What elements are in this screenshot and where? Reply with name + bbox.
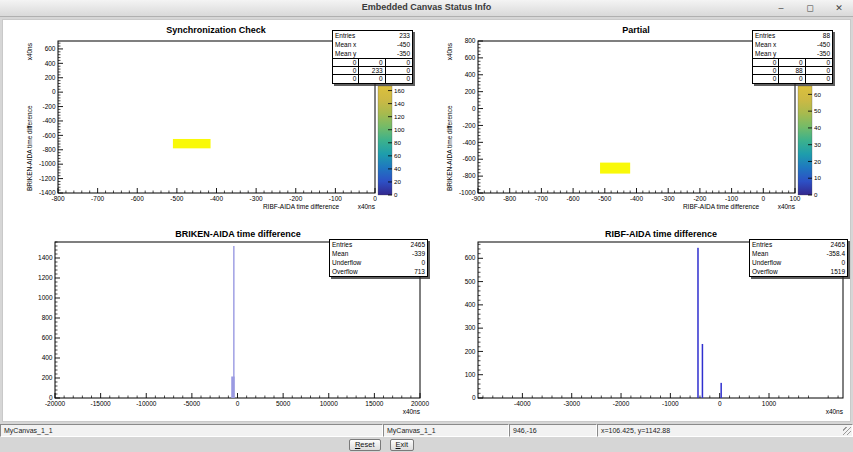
- svg-text:1400: 1400: [38, 254, 53, 261]
- svg-text:-15000: -15000: [91, 400, 112, 407]
- svg-text:0: 0: [472, 105, 476, 112]
- svg-text:0: 0: [718, 400, 722, 407]
- svg-text:-200: -200: [289, 195, 302, 202]
- svg-text:40: 40: [814, 124, 821, 131]
- grid-cell: 233: [359, 67, 385, 75]
- status-data-coords-text: x=106.425, y=1142.88: [601, 427, 670, 434]
- svg-text:10: 10: [814, 174, 821, 181]
- stats-box-sync[interactable]: Entries233 Mean x-450 Mean y-350 000 023…: [332, 30, 413, 84]
- stat-row: Overflow713: [330, 267, 427, 276]
- svg-text:-800: -800: [462, 172, 475, 179]
- embedded-canvas[interactable]: -800-700-600-500-400-300-200-1000-1400-1…: [2, 19, 851, 422]
- stat-row: Overflow1519: [750, 267, 847, 276]
- svg-text:120: 120: [394, 113, 405, 120]
- svg-text:60: 60: [394, 152, 401, 159]
- stat-value: 2465: [831, 240, 845, 249]
- stat-row: Mean x-450: [333, 40, 412, 49]
- resize-grip-icon[interactable]: [843, 427, 851, 435]
- svg-text:x40ns: x40ns: [403, 408, 421, 415]
- stat-row: Mean x-450: [753, 40, 832, 49]
- svg-text:1000: 1000: [38, 294, 53, 301]
- stats-box-partial[interactable]: Entries88 Mean x-450 Mean y-350 000 0880…: [752, 30, 833, 84]
- grid-cell: 0: [753, 67, 779, 75]
- svg-text:-1200: -1200: [39, 175, 56, 182]
- grid-cell: 0: [386, 67, 412, 75]
- svg-text:40: 40: [394, 165, 401, 172]
- svg-text:0: 0: [472, 394, 476, 401]
- grid-cell: 0: [333, 59, 359, 67]
- minimize-button[interactable]: –: [775, 2, 787, 14]
- stat-label: Mean y: [335, 49, 356, 58]
- grid-cell: 0: [779, 59, 805, 67]
- svg-text:x40ns: x40ns: [778, 203, 796, 210]
- grid-cell: 0: [806, 75, 832, 83]
- window-title: Embedded Canvas Status Info: [0, 2, 853, 12]
- svg-text:-1000: -1000: [662, 400, 679, 407]
- stat-label: Overflow: [752, 267, 778, 276]
- stat-row: Mean-358.4: [750, 249, 847, 258]
- svg-text:-200: -200: [693, 195, 706, 202]
- stat-row: Underflow0: [330, 258, 427, 267]
- svg-text:-1000: -1000: [459, 189, 476, 196]
- plot-title: RIBF-AIDA time difference: [452, 229, 853, 239]
- maximize-button[interactable]: ◻: [804, 2, 816, 14]
- svg-text:0: 0: [761, 195, 765, 202]
- svg-text:20: 20: [394, 178, 401, 185]
- stat-value: 2465: [411, 240, 425, 249]
- stats-box-briken[interactable]: Entries2465 Mean-339 Underflow0 Overflow…: [329, 239, 428, 277]
- grid-cell: 0: [779, 75, 805, 83]
- grid-cell: 0: [333, 75, 359, 83]
- svg-text:600: 600: [465, 254, 476, 261]
- grid-cell: 0: [386, 75, 412, 83]
- stat-label: Mean: [332, 249, 348, 258]
- svg-text:30: 30: [814, 141, 821, 148]
- pad-synchronization-check[interactable]: -800-700-600-500-400-300-200-1000-1400-1…: [7, 21, 433, 222]
- svg-text:-2000: -2000: [613, 400, 630, 407]
- svg-text:0: 0: [49, 394, 53, 401]
- grid-cell: 0: [359, 75, 385, 83]
- svg-text:-600: -600: [131, 195, 144, 202]
- status-field-data-coords: x=106.425, y=1142.88: [597, 424, 853, 437]
- stat-label: Entries: [332, 240, 352, 249]
- svg-text:-1400: -1400: [39, 189, 56, 196]
- svg-text:1200: 1200: [38, 274, 53, 281]
- svg-text:15000: 15000: [365, 400, 383, 407]
- svg-text:50: 50: [814, 107, 821, 114]
- svg-text:5000: 5000: [276, 400, 291, 407]
- status-field-object-name: MyCanvas_1_1: [383, 424, 509, 437]
- svg-text:-200: -200: [42, 103, 55, 110]
- svg-text:500: 500: [465, 278, 476, 285]
- stat-value: 1519: [831, 267, 845, 276]
- stat-value: 0: [841, 258, 845, 267]
- svg-text:-1000: -1000: [39, 160, 56, 167]
- pad-briken-aida[interactable]: -20000-15000-10000-500005000100001500020…: [7, 222, 433, 422]
- pad-ribf-aida[interactable]: -4000-3000-2000-100001000010020030040050…: [435, 222, 853, 422]
- stat-row: Entries88: [753, 31, 832, 40]
- stats-box-ribf[interactable]: Entries2465 Mean-358.4 Underflow0 Overfl…: [749, 239, 848, 277]
- svg-text:-400: -400: [42, 117, 55, 124]
- exit-button[interactable]: Exit: [390, 439, 415, 451]
- stat-value: -339: [412, 249, 425, 258]
- svg-text:x40ns: x40ns: [826, 408, 844, 415]
- grid-cell: 0: [359, 59, 385, 67]
- svg-text:200: 200: [45, 74, 56, 81]
- svg-text:400: 400: [465, 71, 476, 78]
- svg-text:0: 0: [236, 400, 240, 407]
- pad-partial[interactable]: -900-800-700-600-500-400-300-200-1000100…: [435, 21, 853, 222]
- stat-value: 713: [414, 267, 425, 276]
- stat-label: Overflow: [332, 267, 358, 276]
- svg-text:100: 100: [394, 126, 405, 133]
- svg-text:10000: 10000: [320, 400, 338, 407]
- stat-value: 233: [399, 31, 410, 40]
- svg-text:400: 400: [42, 354, 53, 361]
- svg-text:-500: -500: [170, 195, 183, 202]
- svg-text:-400: -400: [462, 139, 475, 146]
- close-button[interactable]: ✕: [833, 2, 845, 14]
- svg-text:0: 0: [52, 88, 56, 95]
- status-field-pixel-coords: 946,-16: [509, 424, 597, 437]
- svg-text:60: 60: [814, 91, 821, 98]
- svg-text:800: 800: [465, 37, 476, 44]
- svg-text:-3000: -3000: [563, 400, 580, 407]
- svg-text:-300: -300: [250, 195, 263, 202]
- reset-button[interactable]: Reset: [349, 439, 381, 451]
